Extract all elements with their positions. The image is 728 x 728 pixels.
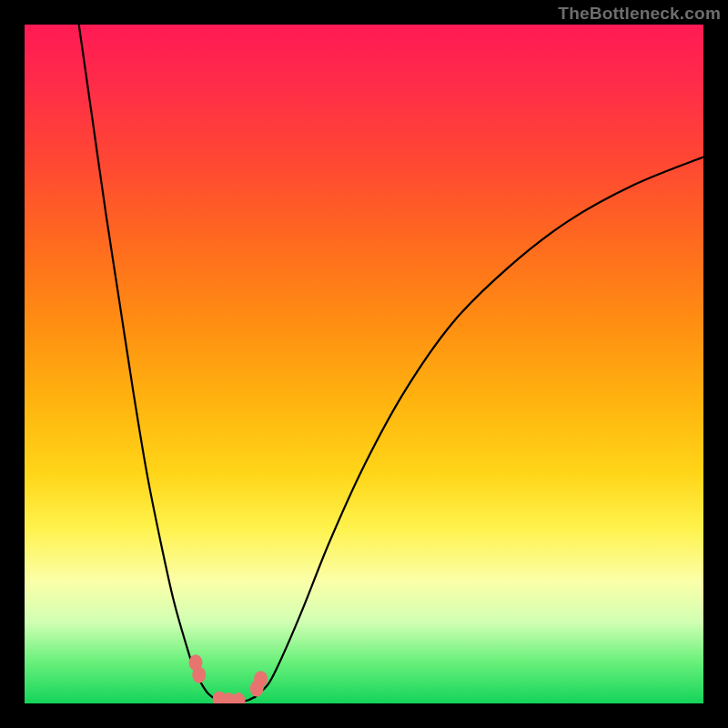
curve-marker [254, 671, 268, 687]
curve-marker [192, 667, 206, 683]
plot-area [25, 25, 703, 703]
watermark-text: TheBottleneck.com [558, 4, 721, 24]
bottleneck-curve [25, 25, 703, 703]
curve-marker [231, 693, 245, 703]
curve-markers [188, 654, 268, 703]
curve-path [79, 25, 703, 703]
